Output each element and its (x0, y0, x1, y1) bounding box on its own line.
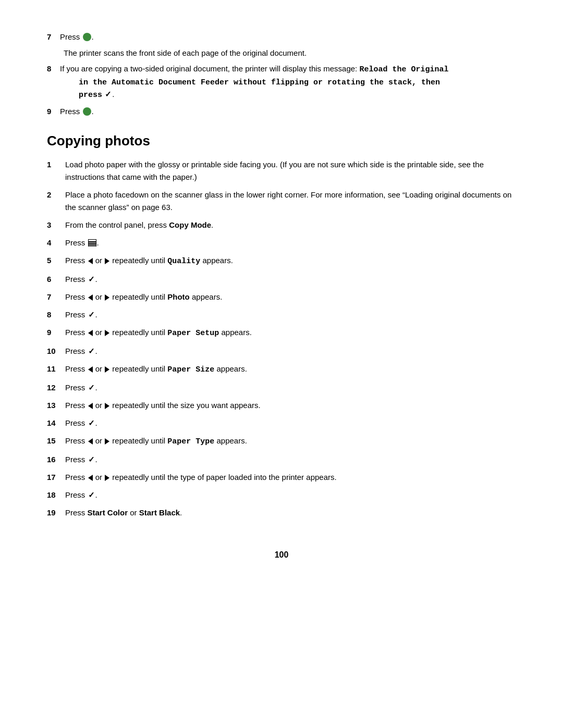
checkmark-icon-8: ✓ (88, 453, 95, 466)
step-9-text: Press . (60, 106, 516, 118)
copying-step-5: 5 Press or repeatedly until Quality appe… (47, 254, 516, 268)
copying-step-4-text: Press . (65, 237, 516, 249)
start-black-label: Start Black (139, 508, 180, 517)
arrow-right-icon-4 (105, 366, 109, 373)
copying-step-7-text: Press or repeatedly until Photo appears. (65, 291, 516, 303)
start-color-label: Start Color (88, 508, 128, 517)
checkmark-icon-7: ✓ (88, 417, 95, 429)
copying-step-17-text: Press or repeatedly until the type of pa… (65, 471, 516, 484)
copying-step-14-text: Press ✓. (65, 417, 516, 429)
copying-step-1-num: 1 (47, 158, 65, 183)
copying-step-11-text: Press or repeatedly until Paper Size app… (65, 363, 516, 376)
paper-size-label: Paper Size (167, 365, 214, 374)
copying-step-2-text: Place a photo facedown on the scanner gl… (65, 189, 516, 214)
arrow-right-icon-7 (105, 475, 109, 481)
quality-label: Quality (167, 257, 200, 266)
copying-step-17: 17 Press or repeatedly until the type of… (47, 471, 516, 484)
copying-step-5-num: 5 (47, 254, 65, 268)
copying-step-18-text: Press ✓. (65, 489, 516, 501)
copying-step-3-text: From the control panel, press Copy Mode. (65, 219, 516, 231)
arrow-right-icon-2 (105, 294, 109, 301)
copying-step-7: 7 Press or repeatedly until Photo appear… (47, 291, 516, 303)
copying-step-16-num: 16 (47, 453, 65, 466)
step-8: 8 If you are copying a two-sided origina… (47, 63, 516, 102)
paper-setup-label: Paper Setup (167, 329, 219, 338)
copying-step-18: 18 Press ✓. (47, 489, 516, 501)
copying-step-16-text: Press ✓. (65, 453, 516, 466)
copying-step-15: 15 Press or repeatedly until Paper Type … (47, 435, 516, 448)
copying-step-6-text: Press ✓. (65, 273, 516, 286)
paper-type-label: Paper Type (167, 437, 214, 446)
copying-step-6-num: 6 (47, 273, 65, 286)
copying-step-2-num: 2 (47, 189, 65, 214)
copying-step-3-num: 3 (47, 219, 65, 231)
checkmark-icon-9: ✓ (88, 489, 95, 501)
copying-step-1: 1 Load photo paper with the glossy or pr… (47, 158, 516, 183)
copying-step-16: 16 Press ✓. (47, 453, 516, 466)
step-8-message: Reload the Original in the Automatic Doc… (60, 65, 448, 100)
copying-step-4-num: 4 (47, 237, 65, 249)
copying-step-17-num: 17 (47, 471, 65, 484)
copying-step-12-num: 12 (47, 381, 65, 394)
copying-step-14: 14 Press ✓. (47, 417, 516, 429)
step-7: 7 Press . (47, 31, 516, 43)
page-content: 7 Press . The printer scans the front si… (47, 31, 516, 560)
copying-step-1-text: Load photo paper with the glossy or prin… (65, 158, 516, 183)
copying-step-8-text: Press ✓. (65, 309, 516, 321)
step-9-num: 9 (47, 106, 57, 118)
copying-step-10-num: 10 (47, 345, 65, 357)
copying-step-8: 8 Press ✓. (47, 309, 516, 321)
arrow-left-icon-6 (88, 438, 93, 445)
copying-step-14-num: 14 (47, 417, 65, 429)
copying-step-13: 13 Press or repeatedly until the size yo… (47, 399, 516, 412)
copying-steps: 1 Load photo paper with the glossy or pr… (47, 158, 516, 519)
arrow-left-icon-7 (88, 475, 93, 481)
checkmark-icon: ✓ (105, 89, 112, 101)
arrow-left-icon-5 (88, 403, 93, 409)
copying-step-3: 3 From the control panel, press Copy Mod… (47, 219, 516, 231)
copying-step-9-num: 9 (47, 326, 65, 340)
arrow-left-icon-4 (88, 366, 93, 373)
copying-step-8-num: 8 (47, 309, 65, 321)
arrow-right-icon (105, 258, 109, 264)
step-7-num: 7 (47, 31, 57, 43)
copying-photos-heading: Copying photos (47, 133, 516, 149)
copying-step-15-text: Press or repeatedly until Paper Type app… (65, 435, 516, 448)
copying-step-2: 2 Place a photo facedown on the scanner … (47, 189, 516, 214)
copying-step-6: 6 Press ✓. (47, 273, 516, 286)
top-steps: 7 Press . The printer scans the front si… (47, 31, 516, 117)
arrow-right-icon-6 (105, 438, 109, 445)
arrow-left-icon-3 (88, 330, 93, 336)
photo-label: Photo (167, 292, 190, 301)
copying-step-11-num: 11 (47, 363, 65, 376)
checkmark-icon-6: ✓ (88, 381, 95, 394)
green-circle-icon-2 (83, 107, 91, 116)
step-7-text: Press . (60, 31, 516, 43)
arrow-left-icon-2 (88, 294, 93, 301)
step-8-text: If you are copying a two-sided original … (60, 63, 516, 102)
copying-step-18-num: 18 (47, 489, 65, 501)
copy-mode-label: Copy Mode (169, 220, 211, 229)
arrow-right-icon-5 (105, 403, 109, 409)
step-9: 9 Press . (47, 106, 516, 118)
arrow-right-icon-3 (105, 330, 109, 336)
copying-step-10-text: Press ✓. (65, 345, 516, 357)
page-footer: 100 (47, 550, 516, 560)
checkmark-icon-3: ✓ (88, 273, 95, 286)
menu-icon (88, 239, 96, 246)
copying-step-9: 9 Press or repeatedly until Paper Setup … (47, 326, 516, 340)
arrow-left-icon (88, 258, 93, 264)
copying-step-7-num: 7 (47, 291, 65, 303)
copying-step-5-text: Press or repeatedly until Quality appear… (65, 254, 516, 268)
checkmark-icon-5: ✓ (88, 345, 95, 357)
copying-step-13-text: Press or repeatedly until the size you w… (65, 399, 516, 412)
green-circle-icon (83, 33, 91, 41)
step-7-description: The printer scans the front side of each… (47, 47, 516, 59)
copying-step-9-text: Press or repeatedly until Paper Setup ap… (65, 326, 516, 340)
step-8-num: 8 (47, 63, 57, 102)
copying-step-10: 10 Press ✓. (47, 345, 516, 357)
copying-step-4: 4 Press . (47, 237, 516, 249)
copying-step-11: 11 Press or repeatedly until Paper Size … (47, 363, 516, 376)
copying-step-19-text: Press Start Color or Start Black. (65, 507, 516, 519)
copying-step-15-num: 15 (47, 435, 65, 448)
